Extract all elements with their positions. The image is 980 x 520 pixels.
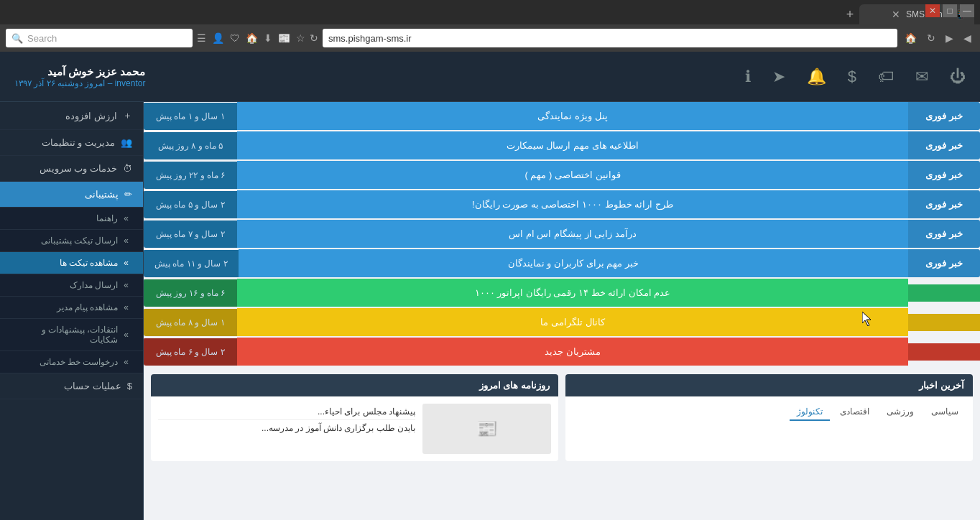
back-button[interactable]: ◀ [961,31,974,45]
sidebar-item-manager-msg[interactable]: » مشاهده پیام مدیر [0,297,143,319]
sidebar-label-webservices: خدمات وب سرویس [40,163,117,174]
news-title: اطلاعیه های مهم ارسال سیمکارت [237,131,908,159]
sidebar-label-manager-msg: مشاهده پیام مدیر [57,302,119,312]
account-icon[interactable]: 👤 [212,32,224,44]
news-tabs: سیاسی ورزشی اقتصادی تکنولوژ [573,404,966,421]
news-item[interactable]: خبر فوریپنل ویژه نمایندگی۱ سال و ۱ ماه پ… [144,102,980,130]
bottom-grid: آخرین اخبار سیاسی ورزشی اقتصادی تکنولوژ … [144,367,980,468]
bell-icon[interactable]: 🔔 [807,68,826,86]
search-placeholder: Search [27,33,57,44]
sidebar-item-feedback[interactable]: » انتقادات، پیشنهادات و شکایات [0,319,143,351]
chevron-msg-icon: » [124,302,129,312]
sidebar-item-send-ticket[interactable]: » ارسال تیکت پشتیبانی [0,230,143,252]
maximize-button[interactable]: □ [943,4,957,17]
news-badge: خبر فوری [908,131,980,159]
news-date: ۶ ماه و ۱۶ روز پیش [144,279,237,307]
info-icon[interactable]: ℹ [745,68,751,86]
news-title: درآمد زایی از پیشگام اس ام اس [237,220,908,248]
news-item[interactable]: مشتریان جدید۲ سال و ۶ ماه پیش [144,338,980,366]
news-title: خبر مهم برای کاربران و نمایندگان [239,249,908,277]
url-bar[interactable]: sms.pishgam-sms.ir [323,29,897,47]
news-item[interactable]: عدم امکان ارائه خط ۱۴ رقمی رایگان اپراتو… [144,279,980,307]
tab-close-button[interactable]: ✕ [892,9,900,20]
sidebar-label-feedback: انتقادات، پیشنهادات و شکایات [14,325,118,345]
news-item[interactable]: خبر فوریدرآمد زایی از پیشگام اس ام اس۲ س… [144,220,980,248]
news-date: ۱ سال و ۱ ماه پیش [144,103,237,130]
tab-political[interactable]: سیاسی [924,404,966,421]
news-item[interactable]: کانال تلگرامی ما۱ سال و ۸ ماه پیش [144,308,980,336]
minimize-button[interactable]: — [960,4,974,17]
sidebar-label-send-docs: ارسال مدارک [70,280,118,290]
news-item[interactable]: خبر فوریخبر مهم برای کاربران و نمایندگان… [144,249,980,277]
shield-icon[interactable]: 🛡 [230,32,240,44]
news-title: طرح ارائه خطوط ۱۰۰۰ اختصاصی به صورت رایگ… [237,190,908,218]
menu-icon[interactable]: ☰ [197,32,206,44]
latest-news-header: آخرین اخبار [565,374,973,396]
home-button[interactable]: 🏠 [902,31,920,45]
new-tab-button[interactable]: + [841,5,859,24]
news-date: ۱ سال و ۸ ماه پیش [144,309,237,336]
sidebar-label-added-value: ارزش افزوده [65,111,117,121]
news-date: ۲ سال و ۶ ماه پیش [144,338,237,366]
tab-tech[interactable]: تکنولوژ [790,404,830,421]
news-title: مشتریان جدید [237,338,908,366]
sidebar-item-added-value[interactable]: ＋ ارزش افزوده [0,102,143,130]
sidebar-item-support[interactable]: ✏ پشتیبانی [0,182,143,208]
sidebar-label-guide: راهنما [96,213,118,223]
news-date: ۶ ماه و ۲۲ روز پیش [144,162,237,189]
reader-icon[interactable]: 📰 [278,32,290,44]
search-input[interactable]: 🔍 Search [6,29,193,47]
sidebar-item-management[interactable]: 👥 مدیریت و تنظیمات [0,130,143,156]
news-title: پنل ویژه نمایندگی [237,102,908,130]
refresh-button[interactable]: ↻ [924,31,938,45]
sidebar-label-service-req: درخواست خط خدماتی [40,357,119,367]
sidebar-item-send-docs[interactable]: » ارسال مدارک [0,274,143,297]
chevron-docs-icon: » [124,280,129,290]
send-icon[interactable]: ➤ [772,68,785,86]
sidebar-item-guide[interactable]: » راهنما [0,208,143,230]
close-button[interactable]: ✕ [925,4,940,17]
news-badge: خبر فوری [908,220,980,248]
nav-icons: ⏻ ✉ 🏷 $ 🔔 ➤ ℹ [160,68,966,86]
main-content: خبر فوریپنل ویژه نمایندگی۱ سال و ۱ ماه پ… [144,102,980,520]
news-title: عدم امکان ارائه خط ۱۴ رقمی رایگان اپراتو… [237,279,908,307]
download-icon[interactable]: ⬇ [264,32,272,44]
sidebar-item-view-tickets[interactable]: » مشاهده تیکت ها [0,252,143,274]
home-nav-icon[interactable]: 🏠 [246,32,258,44]
news-item[interactable]: خبر فوریطرح ارائه خطوط ۱۰۰۰ اختصاصی به ص… [144,190,980,218]
mail-icon[interactable]: ✉ [915,68,928,86]
news-item[interactable]: خبر فوریقوانین اختصاصی ( مهم )۶ ماه و ۲۲… [144,161,980,189]
tag-icon[interactable]: 🏷 [878,68,894,86]
chevron-view-icon: » [124,258,129,268]
sidebar-item-service-req[interactable]: » درخواست خط خدماتی [0,351,143,373]
news-title: کانال تلگرامی ما [237,308,908,336]
power-icon[interactable]: ⏻ [950,68,966,86]
sidebar-label-account-ops: عملیات حساب [64,381,121,391]
mgmt-icon: 👥 [121,137,132,148]
forward-button[interactable]: ▶ [943,31,956,45]
url-text: sms.pishgam-sms.ir [328,33,412,44]
dollar-icon[interactable]: $ [848,68,856,86]
chevron-feedback-icon: » [124,330,129,340]
latest-news-card: آخرین اخبار سیاسی ورزشی اقتصادی تکنولوژ [565,374,973,461]
web-icon: ⏱ [123,163,132,174]
newspaper-item-2: بایدن طلب برگزاری دانش آموز در مدرسه... [158,420,415,436]
user-date: inventor – امروز دوشنبه ۲۶ آذر ۱۳۹۷ [14,78,145,88]
reload-icon[interactable]: ↻ [310,32,318,44]
sidebar-item-webservices[interactable]: ⏱ خدمات وب سرویس [0,156,143,182]
user-name: محمد عزیز خوش آمید [14,65,145,78]
newspaper-header: روزنامه های امروز [151,374,558,396]
news-badge [908,314,980,331]
news-badge: خبر فوری [908,190,980,218]
tab-economic[interactable]: اقتصادی [833,404,877,421]
news-item[interactable]: خبر فوریاطلاعیه های مهم ارسال سیمکارت۵ م… [144,131,980,159]
news-date: ۲ سال و ۵ ماه پیش [144,191,237,218]
news-date: ۲ سال و ۱۱ ماه پیش [144,250,239,277]
tab-sports[interactable]: ورزشی [879,404,921,421]
news-badge: خبر فوری [908,102,980,130]
sidebar-label-support: پشتیبانی [85,189,119,200]
sidebar-label-send-ticket: ارسال تیکت پشتیبانی [41,236,119,246]
news-badge: خبر فوری [908,249,980,277]
sidebar-item-account-ops[interactable]: $ عملیات حساب [0,373,143,399]
bookmark-icon[interactable]: ☆ [296,32,305,44]
